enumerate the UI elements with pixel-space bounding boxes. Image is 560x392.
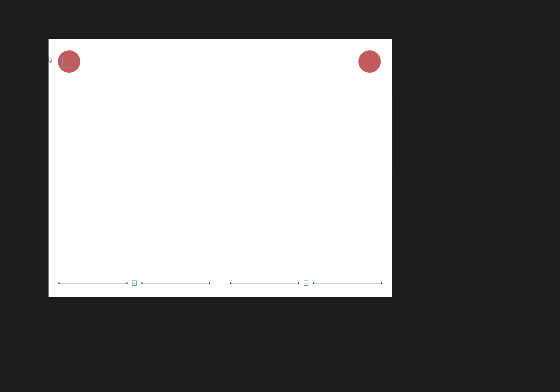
page-number-frame-right[interactable]: # [304, 280, 308, 286]
footer-rule-right-1[interactable] [230, 283, 299, 283]
page-number-marker: # [134, 282, 135, 285]
left-page[interactable]: # [49, 39, 220, 297]
left-page-footer: # [58, 281, 210, 285]
page-number-frame-left[interactable]: # [132, 280, 137, 286]
document-spread[interactable]: # # [49, 39, 392, 297]
right-page-footer: # [230, 281, 382, 285]
footer-rule-left-2[interactable] [141, 283, 211, 283]
page-number-marker: # [305, 282, 307, 285]
right-page[interactable]: # [220, 39, 392, 297]
scroll-indicator [392, 92, 393, 175]
circle-shape-right[interactable] [358, 50, 381, 73]
cursor-arrow-icon [49, 57, 53, 63]
footer-rule-right-2[interactable] [313, 283, 382, 283]
footer-rule-left-1[interactable] [58, 283, 128, 283]
selected-frame[interactable] [62, 56, 75, 68]
